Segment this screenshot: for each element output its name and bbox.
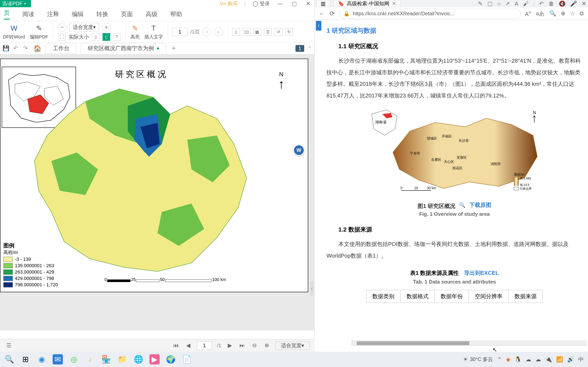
address-bar[interactable]: 🔒 https://kns.cnki.net/KXReader/Detail?i…	[339, 9, 521, 18]
menu-help[interactable]: 帮助	[170, 10, 182, 18]
app-explorer-icon[interactable]: 📁	[117, 354, 127, 365]
tray-icon-1[interactable]: ◆	[506, 356, 510, 363]
chevron-up-tray-icon[interactable]: ⌃	[497, 356, 502, 363]
next-page-button[interactable]: ›	[214, 28, 223, 36]
menu-edit[interactable]: 编辑	[72, 10, 84, 18]
tab-close-button[interactable]: ✕	[392, 1, 396, 7]
browser-tab[interactable]: 🔖 高级检索-中国知网 ✕	[334, 0, 400, 7]
layout-continuous[interactable]: ☰	[264, 28, 272, 36]
refresh-button[interactable]: ⟳	[329, 10, 335, 17]
scrollbar-thumb[interactable]	[357, 341, 469, 345]
insert-text-button[interactable]: T插入文字	[144, 24, 163, 40]
vip-buy-button[interactable]: VIP购买	[220, 0, 238, 7]
zoom-page-icon[interactable]: 🔍	[549, 10, 556, 17]
close-button[interactable]: ✕	[305, 0, 312, 7]
app-store-icon[interactable]: 🏪	[101, 354, 111, 365]
app-edge-icon[interactable]: 🌐	[133, 354, 144, 365]
view-mode-2[interactable]: ▯	[103, 33, 110, 41]
redo-icon[interactable]: ↷	[22, 45, 29, 52]
circle-icon[interactable]: ○	[497, 0, 501, 7]
mute-icon[interactable]: 🔇	[559, 0, 565, 7]
horizontal-scrollbar[interactable]	[351, 341, 586, 346]
search-icon[interactable]: 🔍	[4, 354, 15, 365]
browser-tab-manager[interactable]: ▥	[316, 0, 330, 7]
app-earth-icon[interactable]: 🌍	[166, 354, 176, 365]
rotate-right-button[interactable]: ↻	[285, 28, 293, 36]
app-browser-360-icon[interactable]: ◎	[69, 354, 79, 365]
favorites-icon[interactable]: ☆	[570, 10, 575, 17]
arrow-icon[interactable]: ↗	[505, 0, 510, 7]
reader-mode-icon[interactable]: A»	[525, 9, 531, 17]
first-page-button[interactable]: ⏮	[172, 342, 180, 349]
translate-icon[interactable]: aあ	[536, 10, 545, 17]
highlight-button[interactable]: ✎高亮	[130, 24, 140, 40]
menu-read[interactable]: 阅读	[23, 10, 34, 18]
sidebar-icon[interactable]: ☰	[5, 342, 12, 349]
zoom-in-button[interactable]: +	[102, 23, 111, 32]
menu-page[interactable]: 页面	[121, 10, 133, 18]
maximize-button[interactable]: ▢	[291, 0, 298, 7]
export-excel-link[interactable]: 导出到EXCEL	[464, 269, 499, 277]
weather-widget[interactable]: ☀ 30°C 多云	[463, 356, 493, 363]
layout-grid[interactable]: ▦	[253, 28, 261, 36]
notification-badge[interactable]: 1	[295, 45, 304, 52]
undo-icon[interactable]: ↶	[12, 45, 19, 52]
delete-icon[interactable]: 🗑	[548, 0, 554, 7]
zoom-select[interactable]: 适合宽度 ▾	[69, 23, 99, 32]
status-zoom-in[interactable]: ⊕	[263, 342, 270, 349]
next-page-status[interactable]: ▶	[226, 342, 234, 349]
menu-home[interactable]: 页	[4, 9, 10, 19]
minimize-button[interactable]: —	[277, 0, 284, 7]
app-pdf-icon[interactable]: 📄	[182, 354, 192, 365]
tray-ime-icon[interactable]: 中	[578, 356, 584, 363]
app-music-icon[interactable]: ♪	[85, 354, 95, 365]
page-number-input[interactable]	[172, 28, 188, 36]
status-zoom-select[interactable]: 适合宽度 ▾	[276, 341, 310, 350]
tab-workspace[interactable]: 工作台	[46, 43, 76, 53]
fit-width-button[interactable]: ⛶	[58, 33, 65, 41]
prev-page-status[interactable]: ◀	[185, 342, 192, 349]
rotate-left-button[interactable]: ↺	[275, 28, 282, 36]
pdf-to-word-button[interactable]: WDF转Word	[3, 24, 25, 40]
edit-pdf-button[interactable]: ✎编辑PDF	[30, 24, 49, 40]
task-view-icon[interactable]: ⊞	[20, 354, 31, 365]
convert-word-badge[interactable]: W	[293, 144, 305, 156]
app-bilibili-icon[interactable]: ▶	[149, 354, 160, 365]
side-panel-toggle[interactable]: ‹	[310, 281, 314, 296]
status-page-input[interactable]	[197, 341, 212, 350]
collections-icon[interactable]: ⧉	[580, 10, 584, 17]
menu-advanced[interactable]: 高级	[146, 10, 157, 18]
layout-double[interactable]: ▯▯	[243, 28, 251, 36]
download-original-link[interactable]: 下载原图	[469, 201, 491, 209]
actual-size-label[interactable]: 实际大小	[69, 33, 89, 40]
tray-volume-icon[interactable]: 🔊	[567, 356, 574, 363]
tray-sync-icon[interactable]: ☁	[526, 356, 531, 363]
menu-convert[interactable]: 转换	[96, 10, 108, 18]
page-content[interactable]: ‹ 1 研究区域与数据 1.1 研究区概况 长沙市位于湖南省东部偏北，其地理位置…	[315, 20, 588, 347]
mic-off-icon[interactable]: 🎤	[570, 0, 577, 7]
save-icon[interactable]: 💾	[3, 45, 9, 52]
last-page-button[interactable]: ⏭	[239, 342, 246, 349]
undo-tool-icon[interactable]: ↶	[539, 0, 544, 7]
collapse-panel-button[interactable]: ‹	[316, 21, 321, 31]
app-mail-icon[interactable]: ✉	[53, 354, 63, 365]
app-cortana-icon[interactable]: ◉	[37, 354, 47, 365]
menu-annotate[interactable]: 注释	[47, 10, 59, 18]
browser-close-icon[interactable]: ✕	[582, 0, 586, 7]
chevron-up-icon[interactable]: ⌃	[308, 45, 312, 51]
tray-wifi-icon[interactable]: 📶	[556, 356, 563, 363]
layout-single[interactable]: ▯	[232, 28, 240, 36]
add-tab-button[interactable]: +	[170, 45, 177, 52]
tray-usb-icon[interactable]: 🔌	[545, 356, 552, 363]
square-icon[interactable]: ▢	[487, 0, 493, 7]
pen-icon[interactable]: ✎	[478, 0, 483, 7]
prev-page-button[interactable]: ‹	[203, 28, 211, 36]
back-button[interactable]: ←	[319, 10, 325, 17]
text-tool-icon[interactable]: A	[514, 0, 518, 7]
tray-cloud-icon[interactable]: ☁	[535, 356, 541, 363]
document-viewport[interactable]: 研究区概况 N ↑	[0, 54, 314, 331]
magnify-icon[interactable]: 🔍	[459, 202, 466, 208]
zoom-out-button[interactable]: −	[58, 23, 66, 32]
read-aloud-icon[interactable]: ⊕	[561, 10, 565, 17]
app-name-menu[interactable]: 迅读PDF ▾	[0, 0, 31, 7]
